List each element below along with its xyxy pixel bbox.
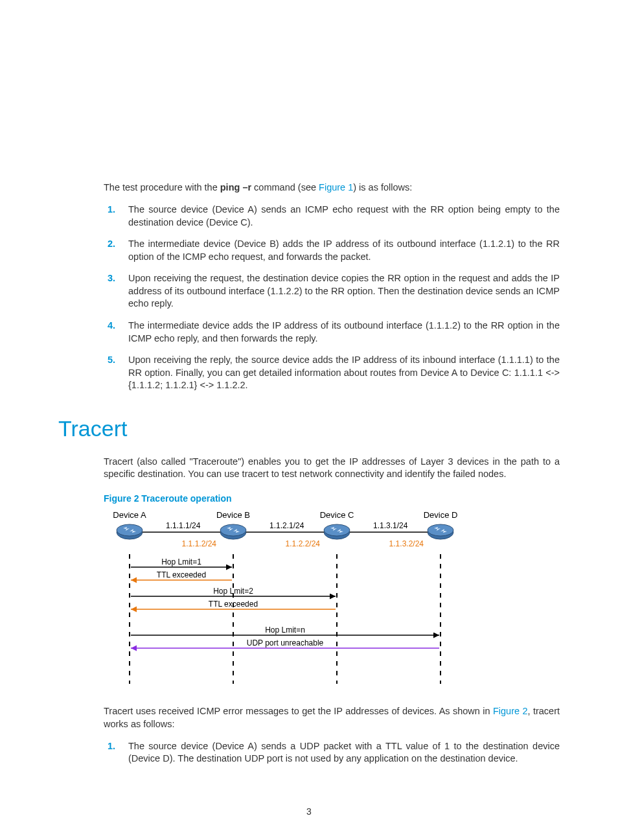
intro-cmd: ping –r: [220, 182, 251, 192]
intro-mid: command (see: [251, 182, 319, 192]
tracert-after-paragraph: Tracert uses received ICMP error message…: [104, 705, 560, 730]
tracert-after-pre: Tracert uses received ICMP error message…: [104, 706, 493, 716]
list-item: The intermediate device adds the IP addr…: [122, 320, 560, 345]
intro-post: ) is as follows:: [353, 182, 412, 192]
list-item: Upon receiving the reply, the source dev…: [122, 354, 560, 392]
list-item: The source device (Device A) sends a UDP…: [122, 740, 560, 765]
svg-text:TTL exceeded: TTL exceeded: [209, 600, 258, 609]
svg-text:Hop Lmit=n: Hop Lmit=n: [265, 625, 305, 635]
svg-text:UDP port unreachable: UDP port unreachable: [247, 638, 324, 648]
ping-steps-list: The source device (Device A) sends an IC…: [104, 204, 560, 392]
intro-pre: The test procedure with the: [104, 182, 220, 192]
figure2-diagram: Device ADevice BDevice CDevice D1.1.1.1/…: [104, 509, 560, 694]
tracert-intro-paragraph: Tracert (also called "Traceroute") enabl…: [104, 456, 560, 481]
svg-text:1.1.3.1/24: 1.1.3.1/24: [373, 521, 408, 530]
figure2-link[interactable]: Figure 2: [493, 706, 528, 716]
svg-text:1.1.2.2/24: 1.1.2.2/24: [286, 539, 321, 548]
svg-text:Hop Lmit=2: Hop Lmit=2: [213, 587, 253, 596]
svg-text:1.1.2.1/24: 1.1.2.1/24: [269, 521, 304, 530]
svg-text:1.1.3.2/24: 1.1.3.2/24: [389, 539, 424, 548]
tracert-steps-list: The source device (Device A) sends a UDP…: [104, 740, 560, 765]
svg-point-11: [428, 524, 453, 536]
intro-paragraph: The test procedure with the ping –r comm…: [104, 181, 560, 194]
page-number: 3: [0, 806, 618, 817]
svg-point-2: [117, 524, 143, 536]
svg-point-8: [324, 524, 350, 536]
figure2-caption: Figure 2 Traceroute operation: [104, 493, 560, 505]
svg-text:Hop Lmit=1: Hop Lmit=1: [161, 557, 201, 566]
figure1-link[interactable]: Figure 1: [319, 182, 353, 192]
list-item: The intermediate device (Device B) adds …: [122, 238, 560, 263]
svg-text:Device D: Device D: [424, 510, 458, 520]
svg-text:1.1.1.2/24: 1.1.1.2/24: [182, 539, 217, 548]
svg-text:Device B: Device B: [216, 510, 250, 520]
svg-text:1.1.1.1/24: 1.1.1.1/24: [166, 521, 201, 530]
list-item: The source device (Device A) sends an IC…: [122, 204, 560, 229]
svg-text:Device C: Device C: [320, 510, 354, 520]
list-item: Upon receiving the request, the destinat…: [122, 272, 560, 310]
section-heading-tracert: Tracert: [58, 414, 560, 444]
svg-text:Device A: Device A: [113, 510, 146, 520]
svg-point-5: [220, 524, 246, 536]
svg-text:TTL exceeded: TTL exceeded: [157, 570, 206, 579]
